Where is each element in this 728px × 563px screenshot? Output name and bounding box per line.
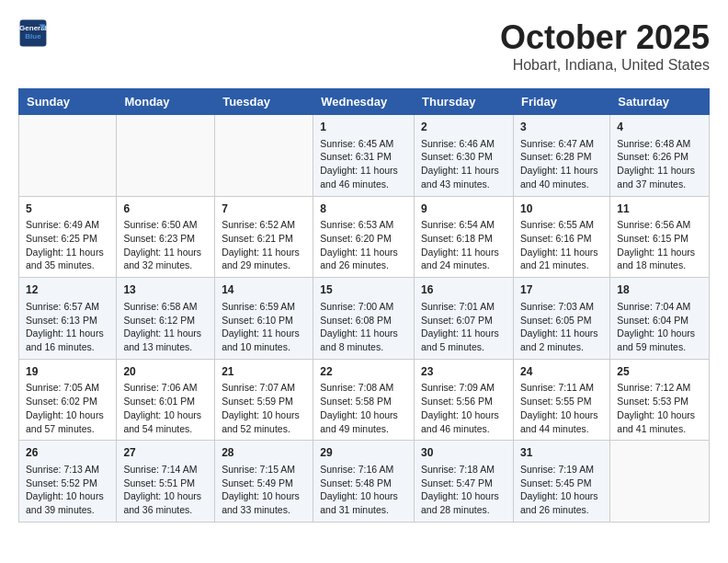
calendar-cell: 7Sunrise: 6:52 AM Sunset: 6:21 PM Daylig… (215, 196, 313, 278)
day-number: 26 (26, 445, 109, 461)
day-number: 21 (222, 364, 306, 380)
day-number: 7 (222, 201, 306, 217)
svg-text:Blue: Blue (25, 32, 41, 40)
calendar-cell: 24Sunrise: 7:11 AM Sunset: 5:55 PM Dayli… (513, 359, 609, 441)
calendar-cell: 11Sunrise: 6:56 AM Sunset: 6:15 PM Dayli… (610, 196, 710, 278)
day-info: Sunrise: 7:09 AM Sunset: 5:56 PM Dayligh… (421, 382, 499, 433)
day-info: Sunrise: 6:52 AM Sunset: 6:21 PM Dayligh… (222, 219, 300, 270)
calendar-cell: 21Sunrise: 7:07 AM Sunset: 5:59 PM Dayli… (215, 359, 313, 441)
calendar-week-row: 5Sunrise: 6:49 AM Sunset: 6:25 PM Daylig… (19, 196, 710, 278)
day-info: Sunrise: 6:53 AM Sunset: 6:20 PM Dayligh… (320, 219, 398, 270)
calendar-cell: 29Sunrise: 7:16 AM Sunset: 5:48 PM Dayli… (313, 441, 415, 523)
day-number: 13 (123, 282, 208, 298)
day-number: 10 (520, 201, 603, 217)
calendar-cell: 22Sunrise: 7:08 AM Sunset: 5:58 PM Dayli… (313, 359, 415, 441)
calendar-cell: 12Sunrise: 6:57 AM Sunset: 6:13 PM Dayli… (19, 278, 117, 360)
day-number: 23 (421, 364, 506, 380)
day-number: 6 (123, 201, 208, 217)
logo-icon: General Blue (18, 18, 48, 48)
day-number: 16 (421, 282, 506, 298)
calendar-week-row: 19Sunrise: 7:05 AM Sunset: 6:02 PM Dayli… (19, 359, 710, 441)
day-info: Sunrise: 7:13 AM Sunset: 5:52 PM Dayligh… (26, 464, 104, 515)
calendar-cell: 17Sunrise: 7:03 AM Sunset: 6:05 PM Dayli… (513, 278, 609, 360)
day-number: 2 (421, 120, 506, 135)
day-info: Sunrise: 6:47 AM Sunset: 6:28 PM Dayligh… (520, 138, 598, 190)
day-info: Sunrise: 6:56 AM Sunset: 6:15 PM Dayligh… (617, 219, 695, 270)
day-number: 17 (520, 282, 603, 298)
calendar-cell: 8Sunrise: 6:53 AM Sunset: 6:20 PM Daylig… (313, 196, 415, 278)
weekday-header-sunday: Sunday (19, 89, 117, 115)
day-info: Sunrise: 7:01 AM Sunset: 6:07 PM Dayligh… (421, 301, 499, 352)
day-number: 12 (26, 282, 109, 298)
day-number: 20 (123, 364, 208, 380)
calendar-week-row: 1Sunrise: 6:45 AM Sunset: 6:31 PM Daylig… (19, 115, 710, 197)
calendar-cell (19, 115, 117, 197)
day-number: 31 (520, 445, 603, 461)
calendar-cell: 10Sunrise: 6:55 AM Sunset: 6:16 PM Dayli… (513, 196, 609, 278)
day-info: Sunrise: 7:18 AM Sunset: 5:47 PM Dayligh… (421, 464, 499, 515)
day-info: Sunrise: 6:46 AM Sunset: 6:30 PM Dayligh… (421, 138, 499, 190)
day-info: Sunrise: 7:00 AM Sunset: 6:08 PM Dayligh… (320, 301, 398, 352)
calendar-cell: 1Sunrise: 6:45 AM Sunset: 6:31 PM Daylig… (313, 115, 415, 197)
weekday-header-monday: Monday (117, 89, 215, 115)
day-info: Sunrise: 7:03 AM Sunset: 6:05 PM Dayligh… (520, 301, 598, 352)
calendar-table: SundayMondayTuesdayWednesdayThursdayFrid… (18, 88, 710, 523)
day-number: 28 (222, 445, 306, 461)
day-info: Sunrise: 6:54 AM Sunset: 6:18 PM Dayligh… (421, 219, 499, 270)
weekday-header-wednesday: Wednesday (313, 89, 415, 115)
calendar-week-row: 26Sunrise: 7:13 AM Sunset: 5:52 PM Dayli… (19, 441, 710, 523)
calendar-cell (610, 441, 710, 523)
day-info: Sunrise: 6:59 AM Sunset: 6:10 PM Dayligh… (222, 301, 300, 352)
calendar-cell: 6Sunrise: 6:50 AM Sunset: 6:23 PM Daylig… (117, 196, 215, 278)
day-info: Sunrise: 7:19 AM Sunset: 5:45 PM Dayligh… (520, 464, 598, 515)
day-info: Sunrise: 6:58 AM Sunset: 6:12 PM Dayligh… (123, 301, 201, 352)
weekday-header-tuesday: Tuesday (215, 89, 313, 115)
day-info: Sunrise: 7:07 AM Sunset: 5:59 PM Dayligh… (222, 382, 300, 433)
weekday-header-row: SundayMondayTuesdayWednesdayThursdayFrid… (19, 89, 710, 115)
weekday-header-friday: Friday (513, 89, 609, 115)
calendar-cell: 9Sunrise: 6:54 AM Sunset: 6:18 PM Daylig… (415, 196, 514, 278)
day-number: 22 (320, 364, 407, 380)
day-info: Sunrise: 7:15 AM Sunset: 5:49 PM Dayligh… (222, 464, 300, 515)
calendar-cell: 23Sunrise: 7:09 AM Sunset: 5:56 PM Dayli… (415, 359, 514, 441)
day-info: Sunrise: 7:14 AM Sunset: 5:51 PM Dayligh… (123, 464, 201, 515)
calendar-cell: 15Sunrise: 7:00 AM Sunset: 6:08 PM Dayli… (313, 278, 415, 360)
title-block: October 2025 Hobart, Indiana, United Sta… (500, 18, 710, 74)
day-info: Sunrise: 7:05 AM Sunset: 6:02 PM Dayligh… (26, 382, 104, 433)
calendar-cell (117, 115, 215, 197)
day-number: 1 (320, 120, 407, 135)
day-info: Sunrise: 7:16 AM Sunset: 5:48 PM Dayligh… (320, 464, 398, 515)
day-info: Sunrise: 6:48 AM Sunset: 6:26 PM Dayligh… (617, 138, 695, 190)
calendar-cell: 3Sunrise: 6:47 AM Sunset: 6:28 PM Daylig… (513, 115, 609, 197)
day-number: 11 (617, 201, 702, 217)
day-number: 18 (617, 282, 702, 298)
calendar-cell: 28Sunrise: 7:15 AM Sunset: 5:49 PM Dayli… (215, 441, 313, 523)
day-info: Sunrise: 7:06 AM Sunset: 6:01 PM Dayligh… (123, 382, 201, 433)
calendar-cell: 30Sunrise: 7:18 AM Sunset: 5:47 PM Dayli… (415, 441, 514, 523)
calendar-cell: 19Sunrise: 7:05 AM Sunset: 6:02 PM Dayli… (19, 359, 117, 441)
day-number: 8 (320, 201, 407, 217)
day-number: 25 (617, 364, 702, 380)
calendar-cell: 25Sunrise: 7:12 AM Sunset: 5:53 PM Dayli… (610, 359, 710, 441)
day-info: Sunrise: 7:04 AM Sunset: 6:04 PM Dayligh… (617, 301, 695, 352)
day-info: Sunrise: 6:50 AM Sunset: 6:23 PM Dayligh… (123, 219, 201, 270)
day-info: Sunrise: 6:55 AM Sunset: 6:16 PM Dayligh… (520, 219, 598, 270)
calendar-cell: 18Sunrise: 7:04 AM Sunset: 6:04 PM Dayli… (610, 278, 710, 360)
day-number: 14 (222, 282, 306, 298)
day-number: 19 (26, 364, 109, 380)
page-header: General Blue October 2025 Hobart, Indian… (18, 18, 710, 74)
day-info: Sunrise: 7:12 AM Sunset: 5:53 PM Dayligh… (617, 382, 695, 433)
calendar-cell: 2Sunrise: 6:46 AM Sunset: 6:30 PM Daylig… (415, 115, 514, 197)
calendar-cell: 4Sunrise: 6:48 AM Sunset: 6:26 PM Daylig… (610, 115, 710, 197)
day-info: Sunrise: 7:11 AM Sunset: 5:55 PM Dayligh… (520, 382, 598, 433)
calendar-cell: 16Sunrise: 7:01 AM Sunset: 6:07 PM Dayli… (415, 278, 514, 360)
day-number: 9 (421, 201, 506, 217)
calendar-subtitle: Hobart, Indiana, United States (500, 57, 710, 74)
calendar-cell (215, 115, 313, 197)
day-number: 15 (320, 282, 407, 298)
calendar-cell: 5Sunrise: 6:49 AM Sunset: 6:25 PM Daylig… (19, 196, 117, 278)
day-number: 24 (520, 364, 603, 380)
calendar-cell: 26Sunrise: 7:13 AM Sunset: 5:52 PM Dayli… (19, 441, 117, 523)
weekday-header-thursday: Thursday (415, 89, 514, 115)
day-number: 4 (617, 120, 702, 135)
